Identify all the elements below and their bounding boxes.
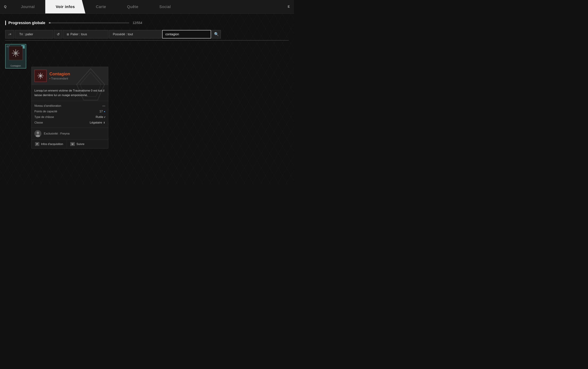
reset-icon: ↺ [57,32,60,36]
palier-filter[interactable]: ⊞ Palier : tous [63,30,109,39]
reset-button[interactable]: ↺ [54,30,62,39]
drop-icon: ● [104,110,105,113]
key-f: F [35,142,39,146]
key-u: U [70,142,75,146]
content-area: r17 Co [5,44,289,69]
tab-social[interactable]: Social [149,0,181,13]
stat-row-chasse: Type de châsse Rutile r [34,114,105,120]
tooltip-title: Contagion [50,72,70,76]
tooltip-stats: Niveau d'amélioration — Points de capaci… [32,101,108,128]
sort-icon-btn[interactable]: ↓≡ [5,30,14,39]
tab-journal[interactable]: Journal [10,0,45,13]
stat-row-amelioration: Niveau d'amélioration — [34,103,105,109]
exclusivity-text: Exclusivité : Freyna [44,132,70,135]
tab-carte[interactable]: Carte [85,0,117,13]
tab-quete[interactable]: Quête [117,0,149,13]
exclusivity-avatar [34,130,41,137]
item-card-name: Contagion [6,64,26,67]
search-button[interactable]: 🔍 [212,30,221,39]
layers-icon: ⊞ [67,33,69,36]
key-q: Q [0,0,10,13]
progress-bar-fill [49,22,51,23]
progress-value: 12/554 [133,21,142,25]
navbar: Q Journal Voir infos Carte Quête Social … [0,0,294,14]
sort-icon: ↓≡ [8,33,11,36]
possede-filter[interactable]: Possédé : tout [109,30,161,39]
item-card-contagion[interactable]: r17 Co [5,44,26,69]
tab-voir-infos[interactable]: Voir infos [45,0,85,13]
tooltip-subtitle: •Transcendant [50,77,70,80]
item-card-icon [9,46,23,60]
svg-point-15 [40,75,41,76]
action-suivre[interactable]: U Suivre [67,140,88,148]
progress-label: Progression globale [5,20,45,25]
sort-filter[interactable]: Tri : palier [15,30,53,39]
tooltip-header: Contagion •Transcendant [32,67,108,85]
progress-section: Progression globale 12/554 [5,20,289,25]
stat-row-classe: Classe Légataire ⬇ [34,120,105,125]
main-content: Progression globale 12/554 ↓≡ Tri : pali… [0,14,294,75]
search-icon: 🔍 [214,32,219,37]
search-input[interactable] [162,30,211,39]
action-acquisition[interactable]: F Infos d'acquisition [32,140,67,148]
key-e: E [284,0,294,13]
svg-point-17 [37,132,39,134]
tooltip-description: Lorsqu'un ennemi victime de Traumatisme … [32,85,108,101]
tooltip-title-area: Contagion •Transcendant [50,72,70,80]
tooltip-popup: Contagion •Transcendant Lorsqu'un ennemi… [31,67,108,149]
tooltip-exclusivity: Exclusivité : Freyna [32,128,108,140]
stat-row-points: Points de capacité 17 ● [34,109,105,114]
tooltip-actions: F Infos d'acquisition U Suivre [32,140,108,148]
class-icon: ⬇ [103,121,105,124]
rutile-icon: r [104,116,105,118]
filter-row: ↓≡ Tri : palier ↺ ⊞ Palier : tous Posséd… [5,30,289,41]
progress-bar [49,22,129,23]
tooltip-icon [34,70,47,82]
